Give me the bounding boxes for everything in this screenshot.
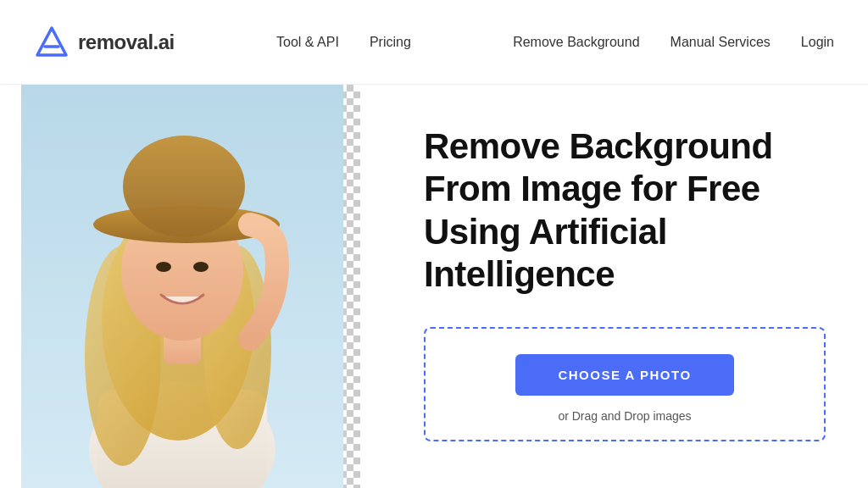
upload-box[interactable]: CHOOSE A PHOTO or Drag and Drop images bbox=[424, 327, 826, 441]
woman-photo bbox=[21, 85, 343, 488]
hero-image-container bbox=[21, 85, 360, 488]
logo-link[interactable]: removal.ai bbox=[34, 25, 175, 60]
svg-point-11 bbox=[193, 262, 209, 272]
nav-left: Tool & API Pricing bbox=[276, 35, 411, 50]
hero-title: Remove Background From Image for Free Us… bbox=[424, 125, 826, 297]
nav-remove-bg[interactable]: Remove Background bbox=[513, 35, 639, 50]
hero-section: Remove Background From Image for Free Us… bbox=[0, 85, 868, 488]
nav-right: Remove Background Manual Services Login bbox=[513, 35, 834, 50]
svg-point-10 bbox=[156, 262, 171, 272]
logo-text: removal.ai bbox=[78, 30, 175, 54]
nav-login[interactable]: Login bbox=[801, 35, 834, 50]
drag-drop-text: or Drag and Drop images bbox=[558, 409, 691, 423]
nav-manual-services[interactable]: Manual Services bbox=[670, 35, 771, 50]
hero-content: Remove Background From Image for Free Us… bbox=[364, 85, 868, 488]
logo-icon bbox=[34, 25, 70, 60]
nav-tool-api[interactable]: Tool & API bbox=[276, 35, 339, 50]
site-header: removal.ai Tool & API Pricing Remove Bac… bbox=[0, 0, 868, 85]
nav-pricing[interactable]: Pricing bbox=[370, 35, 411, 50]
hero-image-area bbox=[0, 85, 364, 488]
svg-point-9 bbox=[123, 136, 245, 237]
choose-photo-button[interactable]: CHOOSE A PHOTO bbox=[515, 354, 733, 396]
